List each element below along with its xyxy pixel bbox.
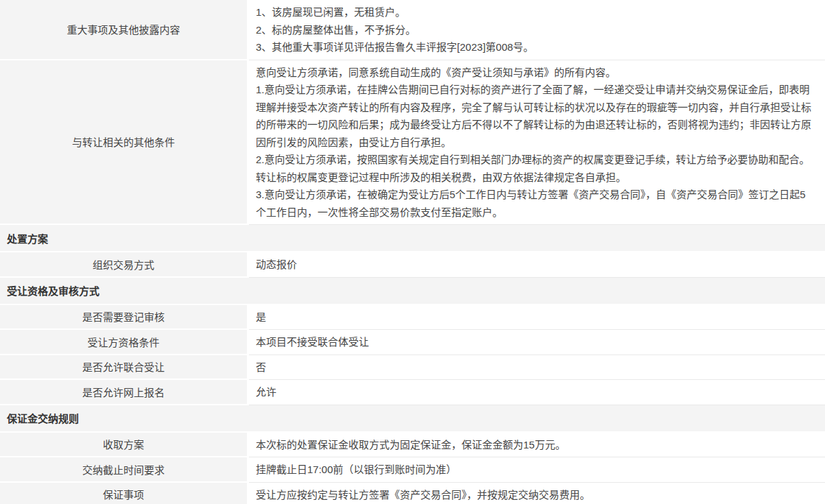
field-value-cell: 动态报价 <box>249 252 825 278</box>
value-line: 1、该房屋现已闲置，无租赁户。 <box>256 3 813 21</box>
value-line: 3、其他重大事项详见评估报告鲁久丰评报字[2023]第008号。 <box>256 38 813 56</box>
table-row: 与转让相关的其他条件意向受让方须承诺，同意系统自动生成的《资产受让须知与承诺》的… <box>0 60 825 226</box>
section-header-label: 处置方案 <box>7 231 48 245</box>
field-label-cell: 与转让相关的其他条件 <box>0 60 249 226</box>
field-value-cell: 是 <box>249 305 825 331</box>
value-line: 受让方应按约定与转让方签署《资产交易合同》，并按规定交纳交易费用。 <box>256 486 813 504</box>
value-line: 本次标的处置保证金收取方式为固定保证金，保证金金额为15万元。 <box>256 436 813 454</box>
table-row: 保证事项受让方应按约定与转让方签署《资产交易合同》，并按规定交纳交易费用。 <box>0 483 825 504</box>
field-label-cell: 重大事项及其他披露内容 <box>0 0 249 60</box>
field-value-cell: 本次标的处置保证金收取方式为固定保证金，保证金金额为15万元。 <box>249 433 825 458</box>
section-header-label: 保证金交纳规则 <box>7 411 79 425</box>
value-line: 本项目不接受联合体受让 <box>256 333 813 351</box>
value-line: 允许 <box>256 383 813 401</box>
field-label-cell: 保证事项 <box>0 483 249 504</box>
value-line: 3.意向受让方须承诺，在被确定为受让方后5个工作日内与转让方签署《资产交易合同》… <box>256 186 813 221</box>
value-line: 是 <box>256 309 813 326</box>
field-label-cell: 交纳截止时间要求 <box>0 457 249 483</box>
field-value-cell: 本项目不接受联合体受让 <box>249 330 825 355</box>
field-label-cell: 是否允许联合受让 <box>0 355 249 381</box>
info-table: 重大事项及其他披露内容1、该房屋现已闲置，无租赁户。2、标的房屋整体出售，不予拆… <box>0 0 825 504</box>
field-label-cell: 受让方资格条件 <box>0 330 249 355</box>
value-line: 否 <box>256 359 813 376</box>
value-line: 2.意向受让方须承诺，按照国家有关规定自行到相关部门办理标的资产的权属变更登记手… <box>256 151 813 186</box>
field-value-cell: 否 <box>249 355 825 381</box>
field-value-cell: 意向受让方须承诺，同意系统自动生成的《资产受让须知与承诺》的所有内容。1.意向受… <box>249 60 825 226</box>
value-line: 1.意向受让方须承诺，在挂牌公告期间已自行对标的资产进行了全面了解，一经递交受让… <box>256 81 813 151</box>
table-row: 交纳截止时间要求挂牌截止日17:00前（以银行到账时间为准） <box>0 457 825 483</box>
field-label-cell: 是否需要登记审核 <box>0 305 249 331</box>
table-row: 组织交易方式动态报价 <box>0 252 825 278</box>
section-header-row: 受让资格及审核方式 <box>0 278 825 305</box>
value-line: 意向受让方须承诺，同意系统自动生成的《资产受让须知与承诺》的所有内容。 <box>256 64 813 82</box>
value-line: 2、标的房屋整体出售，不予拆分。 <box>256 21 813 39</box>
section-header-row: 保证金交纳规则 <box>0 405 825 433</box>
field-label-cell: 是否允许网上报名 <box>0 380 249 405</box>
field-value-cell: 允许 <box>249 380 825 405</box>
table-row: 收取方案本次标的处置保证金收取方式为固定保证金，保证金金额为15万元。 <box>0 433 825 458</box>
value-line: 动态报价 <box>256 256 813 274</box>
value-line: 挂牌截止日17:00前（以银行到账时间为准） <box>256 461 813 479</box>
field-value-cell: 受让方应按约定与转让方签署《资产交易合同》，并按规定交纳交易费用。 <box>249 483 825 504</box>
table-row: 是否允许网上报名允许 <box>0 380 825 405</box>
field-value-cell: 挂牌截止日17:00前（以银行到账时间为准） <box>249 457 825 483</box>
table-row: 是否允许联合受让否 <box>0 355 825 381</box>
section-header-label: 受让资格及审核方式 <box>7 283 99 298</box>
field-label-cell: 收取方案 <box>0 433 249 458</box>
section-header-row: 处置方案 <box>0 225 825 252</box>
field-label-cell: 组织交易方式 <box>0 252 249 278</box>
table-row: 受让方资格条件本项目不接受联合体受让 <box>0 330 825 355</box>
table-row: 是否需要登记审核是 <box>0 305 825 331</box>
table-row: 重大事项及其他披露内容1、该房屋现已闲置，无租赁户。2、标的房屋整体出售，不予拆… <box>0 0 825 60</box>
field-value-cell: 1、该房屋现已闲置，无租赁户。2、标的房屋整体出售，不予拆分。3、其他重大事项详… <box>249 0 825 60</box>
